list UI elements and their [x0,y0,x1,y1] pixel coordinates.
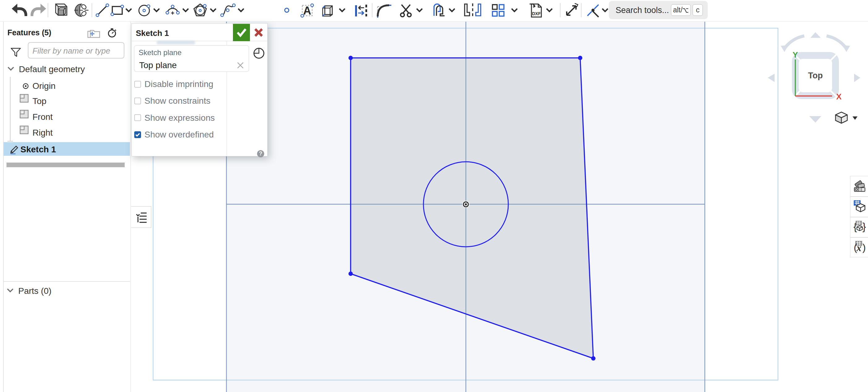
svg-text:x: x [856,243,862,253]
svg-text:A: A [303,4,311,17]
svg-text:}: } [862,221,866,232]
svg-text:DXF: DXF [532,11,541,16]
svg-text:): ) [862,242,866,253]
svg-text:X: X [836,92,842,101]
svg-text:Y: Y [793,50,798,59]
svg-text:Top: Top [808,71,823,80]
